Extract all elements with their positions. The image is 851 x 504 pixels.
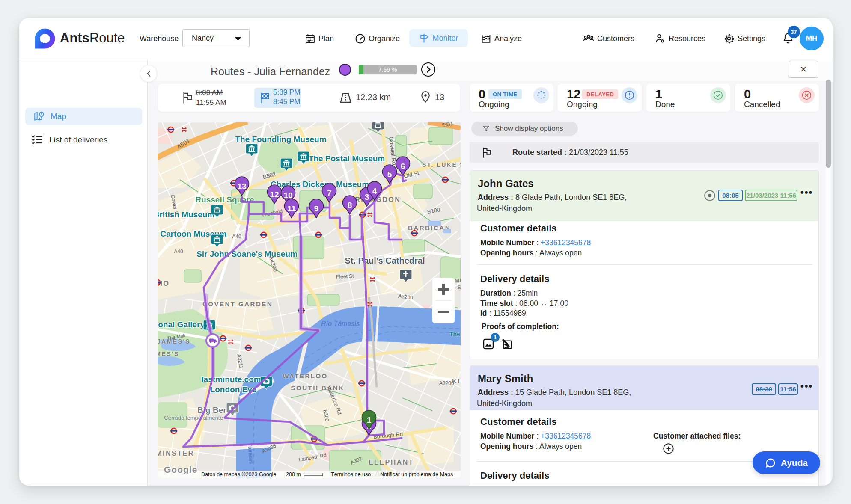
svg-text:10: 10 [283,191,292,200]
svg-text:The S: The S [449,331,461,338]
svg-text:S: S [457,284,461,291]
svg-text:7: 7 [327,189,332,198]
svg-text:Términos de uso: Términos de uso [331,471,371,477]
svg-text:MES'S: MES'S [158,350,179,357]
svg-text:3: 3 [365,193,369,202]
svg-text:A40: A40 [232,234,241,240]
svg-text:A40: A40 [174,249,183,255]
svg-text:MINSTER: MINSTER [158,450,194,457]
svg-text:St. Paul's Cathedral: St. Paul's Cathedral [345,256,425,265]
svg-text:MU: MU [455,277,461,284]
svg-text:Río Támesis: Río Támesis [321,320,360,327]
svg-text:4: 4 [372,187,377,196]
svg-text:ST. LUKE'S: ST. LUKE'S [422,161,461,168]
svg-text:SOUTH BANK: SOUTH BANK [291,384,345,391]
svg-text:5: 5 [387,170,392,179]
svg-text:8: 8 [348,201,352,210]
svg-text:ELEPHANT: ELEPHANT [369,459,414,466]
svg-text:Big Ben: Big Ben [197,406,228,415]
svg-text:The Postal Museum: The Postal Museum [309,154,385,163]
svg-text:11: 11 [287,204,296,213]
svg-text:Sir John Soane's Museum: Sir John Soane's Museum [196,249,298,258]
svg-text:1: 1 [367,415,372,424]
svg-text:12: 12 [270,190,279,199]
svg-text:COVENT GARDEN: COVENT GARDEN [202,300,273,308]
svg-text:9: 9 [314,204,319,213]
svg-text:lastminute.com: lastminute.com [201,375,261,384]
svg-text:13: 13 [237,182,246,191]
svg-text:WATERLOO: WATERLOO [283,372,328,379]
svg-text:A3200: A3200 [439,380,454,386]
svg-text:British Museum: British Museum [158,210,214,219]
svg-text:ional Gallery: ional Gallery [158,320,205,329]
svg-text:Datos de mapas ©2023 Google: Datos de mapas ©2023 Google [201,471,276,477]
svg-text:Fleet St: Fleet St [336,273,354,280]
svg-text:Notificar un problema de Maps: Notificar un problema de Maps [380,471,453,477]
svg-text:200 m: 200 m [286,471,301,477]
svg-text:Cerrado temporalmente: Cerrado temporalmente [164,415,223,421]
svg-text:Google: Google [164,465,197,474]
svg-text:The Foundling Museum: The Foundling Museum [235,135,326,144]
svg-text:6: 6 [401,162,405,171]
